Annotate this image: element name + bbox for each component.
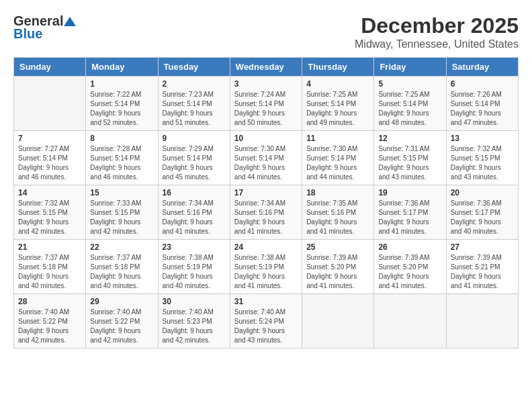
calendar-cell: 12Sunrise: 7:31 AM Sunset: 5:15 PM Dayli…: [374, 131, 446, 185]
calendar-cell: 26Sunrise: 7:39 AM Sunset: 5:20 PM Dayli…: [374, 240, 446, 294]
day-number: 21: [18, 242, 81, 252]
cell-content: Sunrise: 7:26 AM Sunset: 5:14 PM Dayligh…: [451, 90, 514, 128]
calendar-cell: 31Sunrise: 7:40 AM Sunset: 5:24 PM Dayli…: [230, 294, 302, 349]
calendar-cell: [14, 77, 86, 131]
calendar-cell: 11Sunrise: 7:30 AM Sunset: 5:14 PM Dayli…: [302, 131, 374, 185]
cell-content: Sunrise: 7:32 AM Sunset: 5:15 PM Dayligh…: [18, 199, 81, 236]
cell-content: Sunrise: 7:27 AM Sunset: 5:14 PM Dayligh…: [18, 144, 81, 182]
cell-content: Sunrise: 7:38 AM Sunset: 5:19 PM Dayligh…: [234, 253, 298, 291]
day-number: 28: [18, 297, 81, 306]
calendar-cell: 4Sunrise: 7:25 AM Sunset: 5:14 PM Daylig…: [302, 77, 374, 131]
day-number: 4: [306, 79, 369, 89]
calendar-cell: 7Sunrise: 7:27 AM Sunset: 5:14 PM Daylig…: [14, 131, 86, 185]
day-number: 9: [163, 134, 226, 143]
calendar-cell: 17Sunrise: 7:34 AM Sunset: 5:16 PM Dayli…: [230, 185, 302, 240]
cell-content: Sunrise: 7:30 AM Sunset: 5:14 PM Dayligh…: [306, 144, 369, 182]
cell-content: Sunrise: 7:39 AM Sunset: 5:20 PM Dayligh…: [378, 253, 441, 291]
cell-content: Sunrise: 7:34 AM Sunset: 5:16 PM Dayligh…: [234, 199, 298, 236]
day-number: 18: [306, 188, 369, 197]
day-number: 31: [234, 297, 298, 306]
calendar-cell: 29Sunrise: 7:40 AM Sunset: 5:22 PM Dayli…: [86, 294, 158, 349]
day-number: 1: [90, 79, 153, 89]
day-number: 7: [18, 134, 81, 143]
calendar-cell: 10Sunrise: 7:30 AM Sunset: 5:14 PM Dayli…: [230, 131, 302, 185]
day-number: 3: [234, 79, 298, 89]
cell-content: Sunrise: 7:31 AM Sunset: 5:15 PM Dayligh…: [378, 144, 441, 182]
cell-content: Sunrise: 7:34 AM Sunset: 5:16 PM Dayligh…: [163, 199, 226, 236]
cell-content: Sunrise: 7:37 AM Sunset: 5:18 PM Dayligh…: [18, 253, 81, 291]
header-tuesday: Tuesday: [158, 58, 230, 77]
calendar-cell: 13Sunrise: 7:32 AM Sunset: 5:15 PM Dayli…: [446, 131, 518, 185]
calendar-cell: [446, 294, 518, 349]
page-header: General Blue December 2025 Midway, Tenne…: [13, 13, 519, 50]
calendar-cell: 3Sunrise: 7:24 AM Sunset: 5:14 PM Daylig…: [230, 77, 302, 131]
calendar-cell: 15Sunrise: 7:33 AM Sunset: 5:15 PM Dayli…: [86, 185, 158, 240]
cell-content: Sunrise: 7:23 AM Sunset: 5:14 PM Dayligh…: [163, 90, 226, 128]
logo: General Blue: [13, 13, 76, 42]
calendar-cell: 2Sunrise: 7:23 AM Sunset: 5:14 PM Daylig…: [158, 77, 230, 131]
day-number: 2: [163, 79, 226, 89]
day-number: 8: [90, 134, 153, 143]
cell-content: Sunrise: 7:40 AM Sunset: 5:24 PM Dayligh…: [234, 308, 298, 345]
calendar-cell: 14Sunrise: 7:32 AM Sunset: 5:15 PM Dayli…: [14, 185, 86, 240]
cell-content: Sunrise: 7:25 AM Sunset: 5:14 PM Dayligh…: [378, 90, 441, 128]
calendar-cell: 25Sunrise: 7:39 AM Sunset: 5:20 PM Dayli…: [302, 240, 374, 294]
cell-content: Sunrise: 7:22 AM Sunset: 5:14 PM Dayligh…: [90, 90, 153, 128]
day-number: 15: [90, 188, 153, 197]
calendar-cell: 5Sunrise: 7:25 AM Sunset: 5:14 PM Daylig…: [374, 77, 446, 131]
cell-content: Sunrise: 7:36 AM Sunset: 5:17 PM Dayligh…: [451, 199, 514, 236]
day-number: 6: [451, 79, 514, 89]
day-number: 20: [451, 188, 514, 197]
cell-content: Sunrise: 7:32 AM Sunset: 5:15 PM Dayligh…: [451, 144, 514, 182]
header-wednesday: Wednesday: [230, 58, 302, 77]
calendar-cell: 20Sunrise: 7:36 AM Sunset: 5:17 PM Dayli…: [446, 185, 518, 240]
cell-content: Sunrise: 7:40 AM Sunset: 5:23 PM Dayligh…: [163, 308, 226, 345]
calendar-cell: 22Sunrise: 7:37 AM Sunset: 5:18 PM Dayli…: [86, 240, 158, 294]
logo-blue-text: Blue: [13, 26, 76, 42]
calendar-week-1: 1Sunrise: 7:22 AM Sunset: 5:14 PM Daylig…: [14, 77, 519, 131]
calendar-cell: 28Sunrise: 7:40 AM Sunset: 5:22 PM Dayli…: [14, 294, 86, 349]
calendar-cell: 19Sunrise: 7:36 AM Sunset: 5:17 PM Dayli…: [374, 185, 446, 240]
day-number: 12: [378, 134, 441, 143]
cell-content: Sunrise: 7:30 AM Sunset: 5:14 PM Dayligh…: [234, 144, 298, 182]
calendar-cell: 6Sunrise: 7:26 AM Sunset: 5:14 PM Daylig…: [446, 77, 518, 131]
day-number: 27: [451, 242, 514, 252]
calendar-week-3: 14Sunrise: 7:32 AM Sunset: 5:15 PM Dayli…: [14, 185, 519, 240]
calendar-week-5: 28Sunrise: 7:40 AM Sunset: 5:22 PM Dayli…: [14, 294, 519, 349]
calendar-subtitle: Midway, Tennessee, United States: [355, 38, 519, 50]
calendar-title: December 2025: [355, 13, 519, 38]
calendar-cell: 27Sunrise: 7:39 AM Sunset: 5:21 PM Dayli…: [446, 240, 518, 294]
cell-content: Sunrise: 7:29 AM Sunset: 5:14 PM Dayligh…: [163, 144, 226, 182]
calendar-cell: 8Sunrise: 7:28 AM Sunset: 5:14 PM Daylig…: [86, 131, 158, 185]
cell-content: Sunrise: 7:33 AM Sunset: 5:15 PM Dayligh…: [90, 199, 153, 236]
logo-icon: [64, 15, 76, 28]
cell-content: Sunrise: 7:36 AM Sunset: 5:17 PM Dayligh…: [378, 199, 441, 236]
calendar-table: SundayMondayTuesdayWednesdayThursdayFrid…: [13, 57, 519, 349]
cell-content: Sunrise: 7:24 AM Sunset: 5:14 PM Dayligh…: [234, 90, 298, 128]
calendar-cell: 18Sunrise: 7:35 AM Sunset: 5:16 PM Dayli…: [302, 185, 374, 240]
cell-content: Sunrise: 7:25 AM Sunset: 5:14 PM Dayligh…: [306, 90, 369, 128]
cell-content: Sunrise: 7:37 AM Sunset: 5:18 PM Dayligh…: [90, 253, 153, 291]
day-number: 26: [378, 242, 441, 252]
day-number: 17: [234, 188, 298, 197]
day-number: 29: [90, 297, 153, 306]
header-thursday: Thursday: [302, 58, 374, 77]
day-number: 22: [90, 242, 153, 252]
calendar-cell: [302, 294, 374, 349]
day-number: 25: [306, 242, 369, 252]
calendar-week-2: 7Sunrise: 7:27 AM Sunset: 5:14 PM Daylig…: [14, 131, 519, 185]
calendar-cell: 24Sunrise: 7:38 AM Sunset: 5:19 PM Dayli…: [230, 240, 302, 294]
cell-content: Sunrise: 7:38 AM Sunset: 5:19 PM Dayligh…: [163, 253, 226, 291]
calendar-cell: 23Sunrise: 7:38 AM Sunset: 5:19 PM Dayli…: [158, 240, 230, 294]
day-number: 13: [451, 134, 514, 143]
header-friday: Friday: [374, 58, 446, 77]
calendar-cell: [374, 294, 446, 349]
day-number: 5: [378, 79, 441, 89]
cell-content: Sunrise: 7:40 AM Sunset: 5:22 PM Dayligh…: [18, 308, 81, 345]
calendar-week-4: 21Sunrise: 7:37 AM Sunset: 5:18 PM Dayli…: [14, 240, 519, 294]
day-number: 10: [234, 134, 298, 143]
cell-content: Sunrise: 7:39 AM Sunset: 5:20 PM Dayligh…: [306, 253, 369, 291]
calendar-cell: 9Sunrise: 7:29 AM Sunset: 5:14 PM Daylig…: [158, 131, 230, 185]
day-number: 19: [378, 188, 441, 197]
cell-content: Sunrise: 7:39 AM Sunset: 5:21 PM Dayligh…: [451, 253, 514, 291]
